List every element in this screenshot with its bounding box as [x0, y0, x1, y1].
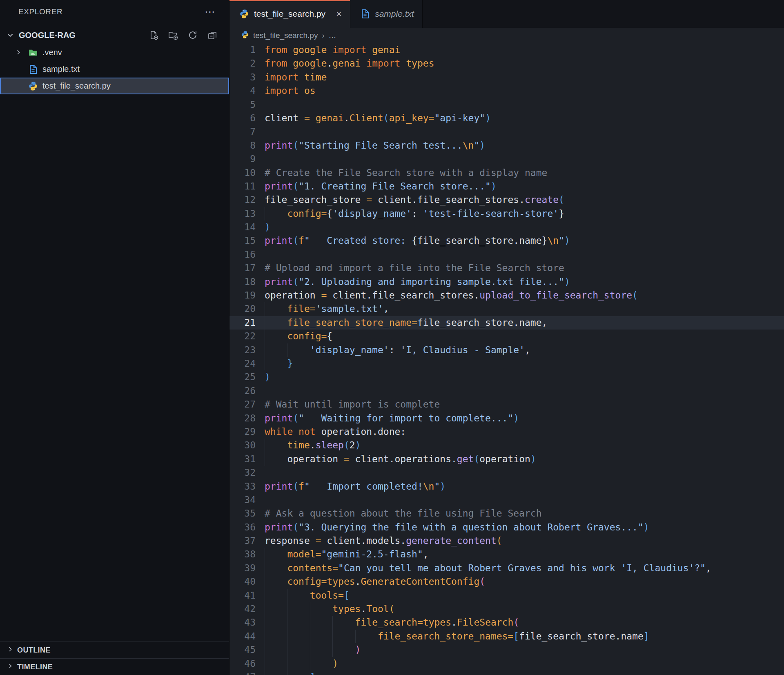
file-tree-item-sample-txt[interactable]: sample.txt: [0, 61, 229, 78]
line-number[interactable]: 16: [229, 248, 265, 261]
line-number[interactable]: 44: [229, 630, 265, 643]
code-line-30[interactable]: 30time.sleep(2): [229, 439, 784, 452]
code-line-35[interactable]: 35# Ask a question about the file using …: [229, 507, 784, 520]
sidebar-section-outline[interactable]: OUTLINE: [0, 642, 229, 658]
code-line-28[interactable]: 28print(" Waiting for import to complete…: [229, 412, 784, 425]
code-editor[interactable]: 1from google import genai2from google.ge…: [229, 43, 784, 675]
line-number[interactable]: 6: [229, 111, 265, 125]
line-number[interactable]: 18: [229, 275, 265, 289]
code-line-45[interactable]: 45): [229, 643, 784, 657]
line-number[interactable]: 40: [229, 575, 265, 588]
line-number[interactable]: 32: [229, 466, 265, 479]
line-number[interactable]: 26: [229, 384, 265, 398]
close-tab-icon[interactable]: ×: [336, 8, 342, 20]
code-line-19[interactable]: 19operation = client.file_search_stores.…: [229, 289, 784, 302]
code-line-42[interactable]: 42types.Tool(: [229, 602, 784, 616]
breadcrumb-file[interactable]: test_file_search.py: [253, 31, 318, 40]
line-number[interactable]: 13: [229, 207, 265, 221]
line-number[interactable]: 22: [229, 330, 265, 343]
line-number[interactable]: 41: [229, 589, 265, 602]
new-file-icon[interactable]: [148, 30, 159, 40]
line-number[interactable]: 34: [229, 493, 265, 507]
code-line-37[interactable]: 37response = client.models.generate_cont…: [229, 534, 784, 548]
line-number[interactable]: 30: [229, 439, 265, 452]
line-number[interactable]: 29: [229, 425, 265, 439]
code-line-46[interactable]: 46): [229, 657, 784, 671]
chevron-right-icon[interactable]: [16, 48, 21, 57]
code-line-11[interactable]: 11print("1. Creating File Search store..…: [229, 180, 784, 193]
code-line-22[interactable]: 22config={: [229, 330, 784, 343]
file-tree-item-test-file-search-py[interactable]: test_file_search.py: [0, 78, 229, 94]
line-number[interactable]: 37: [229, 534, 265, 548]
line-number[interactable]: 14: [229, 221, 265, 234]
breadcrumb-more[interactable]: …: [328, 31, 336, 40]
line-number[interactable]: 39: [229, 561, 265, 575]
tab-sample-txt[interactable]: sample.txt: [350, 0, 423, 28]
code-line-13[interactable]: 13config={'display_name': 'test-file-sea…: [229, 207, 784, 221]
code-line-15[interactable]: 15print(f" Created store: {file_search_s…: [229, 234, 784, 247]
line-number[interactable]: 46: [229, 657, 265, 671]
code-line-8[interactable]: 8print("Starting File Search test...\n"): [229, 139, 784, 152]
file-tree-item--venv[interactable]: .venv: [0, 44, 229, 61]
code-line-44[interactable]: 44file_search_store_names=[file_search_s…: [229, 630, 784, 643]
code-line-17[interactable]: 17# Upload and import a file into the Fi…: [229, 261, 784, 275]
line-number[interactable]: 9: [229, 152, 265, 166]
line-number[interactable]: 19: [229, 289, 265, 302]
code-line-12[interactable]: 12file_search_store = client.file_search…: [229, 193, 784, 207]
code-line-5[interactable]: 5: [229, 98, 784, 111]
line-number[interactable]: 17: [229, 261, 265, 275]
line-number[interactable]: 11: [229, 180, 265, 193]
line-number[interactable]: 8: [229, 139, 265, 152]
code-line-21[interactable]: 21file_search_store_name=file_search_sto…: [229, 316, 784, 330]
code-line-4[interactable]: 4import os: [229, 84, 784, 98]
code-line-7[interactable]: 7: [229, 125, 784, 138]
line-number[interactable]: 24: [229, 357, 265, 370]
line-number[interactable]: 3: [229, 71, 265, 84]
code-line-38[interactable]: 38model="gemini-2.5-flash",: [229, 548, 784, 561]
line-number[interactable]: 5: [229, 98, 265, 111]
tab-test-file-search-py[interactable]: test_file_search.py×: [229, 0, 350, 28]
code-line-3[interactable]: 3import time: [229, 71, 784, 84]
code-line-23[interactable]: 23'display_name': 'I, Claudius - Sample'…: [229, 343, 784, 357]
code-line-9[interactable]: 9: [229, 152, 784, 166]
line-number[interactable]: 10: [229, 166, 265, 180]
line-number[interactable]: 25: [229, 370, 265, 384]
code-line-41[interactable]: 41tools=[: [229, 589, 784, 602]
code-line-34[interactable]: 34: [229, 493, 784, 507]
sidebar-section-timeline[interactable]: TIMELINE: [0, 658, 229, 675]
code-line-43[interactable]: 43file_search=types.FileSearch(: [229, 616, 784, 629]
line-number[interactable]: 42: [229, 602, 265, 616]
refresh-explorer-icon[interactable]: [187, 30, 198, 40]
line-number[interactable]: 36: [229, 521, 265, 534]
workspace-root-row[interactable]: GOOGLE-RAG: [0, 26, 229, 44]
code-line-36[interactable]: 36print("3. Querying the file with a que…: [229, 521, 784, 534]
code-line-18[interactable]: 18print("2. Uploading and importing samp…: [229, 275, 784, 289]
line-number[interactable]: 15: [229, 234, 265, 247]
code-line-25[interactable]: 25): [229, 370, 784, 384]
explorer-more-actions-icon[interactable]: ⋯: [205, 10, 215, 14]
new-folder-icon[interactable]: [168, 30, 178, 40]
line-number[interactable]: 35: [229, 507, 265, 520]
code-line-24[interactable]: 24}: [229, 357, 784, 370]
code-line-14[interactable]: 14): [229, 221, 784, 234]
breadcrumb[interactable]: test_file_search.py › …: [229, 28, 784, 43]
line-number[interactable]: 47: [229, 671, 265, 675]
collapse-folders-icon[interactable]: [207, 30, 218, 40]
line-number[interactable]: 4: [229, 84, 265, 98]
code-line-26[interactable]: 26: [229, 384, 784, 398]
line-number[interactable]: 33: [229, 480, 265, 493]
code-line-2[interactable]: 2from google.genai import types: [229, 57, 784, 70]
code-line-31[interactable]: 31operation = client.operations.get(oper…: [229, 452, 784, 466]
code-line-6[interactable]: 6client = genai.Client(api_key="api-key"…: [229, 111, 784, 125]
line-number[interactable]: 20: [229, 302, 265, 316]
line-number[interactable]: 12: [229, 193, 265, 207]
code-line-20[interactable]: 20file='sample.txt',: [229, 302, 784, 316]
line-number[interactable]: 21: [229, 316, 265, 330]
code-line-39[interactable]: 39contents="Can you tell me about Robert…: [229, 561, 784, 575]
line-number[interactable]: 38: [229, 548, 265, 561]
line-number[interactable]: 1: [229, 43, 265, 57]
line-number[interactable]: 2: [229, 57, 265, 70]
code-line-47[interactable]: 47]: [229, 671, 784, 675]
line-number[interactable]: 31: [229, 452, 265, 466]
line-number[interactable]: 27: [229, 398, 265, 411]
